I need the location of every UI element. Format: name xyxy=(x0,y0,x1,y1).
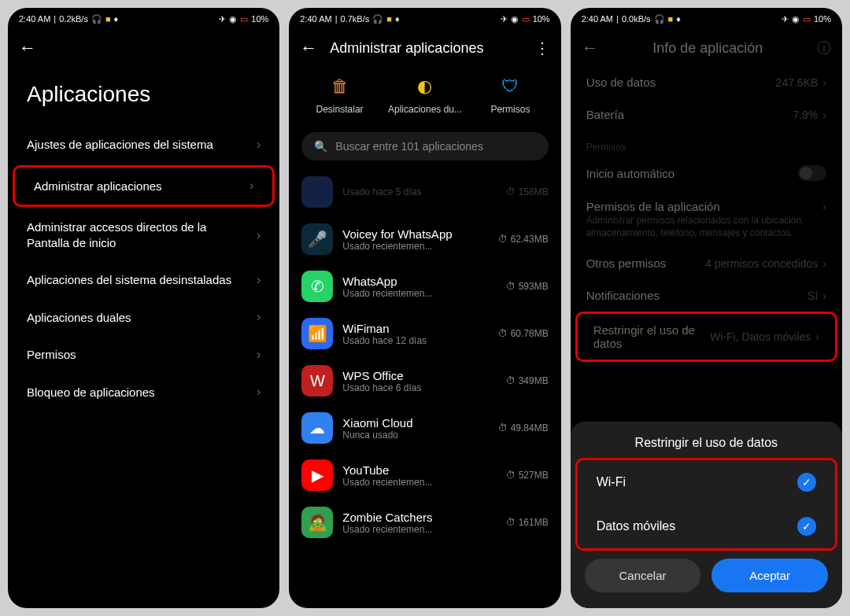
row-data-usage[interactable]: Uso de datos 247.6KB › xyxy=(571,66,842,98)
dual-apps-button[interactable]: ◐ Aplicaciones du... xyxy=(386,76,464,115)
app-row[interactable]: W WPS Office Usado hace 6 días ⏱ 349MB xyxy=(289,357,560,404)
sheet-title: Restringir el uso de datos xyxy=(571,436,842,458)
app-permissions-sub: Administrar permisos relacionados con la… xyxy=(571,215,842,247)
row-app-permissions[interactable]: Permisos de la aplicación › xyxy=(571,190,842,215)
status-speed: 0.0kB/s xyxy=(622,14,651,24)
chevron-right-icon: › xyxy=(257,310,261,324)
status-battery: 10% xyxy=(533,14,550,24)
app-row[interactable]: 📶 WiFiman Usado hace 12 días ⏱ 60.78MB xyxy=(289,310,560,357)
list-item-manage-apps[interactable]: Administrar aplicaciones › xyxy=(15,168,272,205)
dual-icon: ◐ xyxy=(414,76,436,98)
wifi-icon: ◉ xyxy=(511,14,519,24)
chevron-right-icon: › xyxy=(257,273,261,287)
app-size: ⏱ 62.43MB xyxy=(498,234,549,245)
highlight-restrict-data: Restringir el uso de datos Wi-Fi, Datos … xyxy=(575,312,837,362)
cancel-button[interactable]: Cancelar xyxy=(585,559,701,592)
app-size: ⏱ 349MB xyxy=(506,375,549,386)
battery-icon: ▭ xyxy=(803,14,811,24)
chevron-right-icon: › xyxy=(257,138,261,152)
chevron-right-icon: › xyxy=(257,385,261,399)
list-item-shortcuts[interactable]: Administrar accesos directos de la Panta… xyxy=(8,208,279,261)
bottom-sheet: Restringir el uso de datos Wi-Fi ✓ Datos… xyxy=(571,422,842,608)
status-speed: 0.2kB/s xyxy=(59,14,88,24)
chevron-right-icon: › xyxy=(257,228,261,242)
app-row[interactable]: ☁ Xiaomi Cloud Nunca usado ⏱ 49.84MB xyxy=(289,404,560,452)
app-row[interactable]: Usado hace 5 días ⏱ 158MB xyxy=(289,168,560,216)
back-icon[interactable]: ← xyxy=(19,38,36,58)
drop-icon: ♦ xyxy=(114,14,119,24)
info-icon[interactable]: ⓘ xyxy=(817,39,831,57)
app-size: ⏱ 158MB xyxy=(506,186,549,197)
app-size: ⏱ 527MB xyxy=(506,470,549,481)
list-item-dual-apps[interactable]: Aplicaciones duales › xyxy=(8,299,279,337)
row-battery[interactable]: Batería 7.9% › xyxy=(571,98,842,131)
app-row[interactable]: 🎤 Voicey for WhatsApp Usado recientemen.… xyxy=(289,216,560,263)
shield-icon: 🛡 xyxy=(499,76,521,98)
app-row[interactable]: 🧟 Zombie Catchers Usado recientemen... ⏱… xyxy=(289,499,560,546)
notif-icon: ■ xyxy=(386,14,392,24)
back-icon[interactable]: ← xyxy=(582,38,599,58)
drop-icon: ♦ xyxy=(395,14,400,24)
highlight-manage-apps: Administrar aplicaciones › xyxy=(13,165,275,208)
app-size: ⏱ 60.78MB xyxy=(498,328,549,339)
battery-icon: ▭ xyxy=(240,14,248,24)
action-row: 🗑 Desinstalar ◐ Aplicaciones du... 🛡 Per… xyxy=(289,66,560,129)
permissions-button[interactable]: 🛡 Permisos xyxy=(471,76,549,115)
row-other-permissions[interactable]: Otros permisos 4 permisos concedidos › xyxy=(571,247,842,279)
app-icon: 🎤 xyxy=(301,223,333,255)
row-notifications[interactable]: Notificaciones Sí › xyxy=(571,279,842,312)
sheet-option-wifi[interactable]: Wi-Fi ✓ xyxy=(578,460,835,504)
app-icon: ☁ xyxy=(301,412,333,444)
battery-icon: ▭ xyxy=(522,14,530,24)
header-title: Info de aplicación xyxy=(612,40,804,57)
status-battery: 10% xyxy=(814,14,831,24)
check-icon: ✓ xyxy=(797,517,816,536)
page-title: Aplicaciones xyxy=(8,66,279,126)
header: ← Administrar aplicaciones ⋮ xyxy=(289,30,560,66)
row-restrict-data[interactable]: Restringir el uso de datos Wi-Fi, Datos … xyxy=(578,314,835,360)
header: ← Info de aplicación ⓘ xyxy=(571,30,842,66)
highlight-sheet-options: Wi-Fi ✓ Datos móviles ✓ xyxy=(575,458,837,551)
check-icon: ✓ xyxy=(797,473,816,492)
wifi-icon: ◉ xyxy=(792,14,800,24)
app-row[interactable]: ▶ YouTube Usado recientemen... ⏱ 527MB xyxy=(289,452,560,499)
airplane-icon: ✈ xyxy=(219,14,226,24)
trash-icon: 🗑 xyxy=(329,76,351,98)
app-icon: ▶ xyxy=(301,459,333,491)
app-icon: ✆ xyxy=(301,271,333,302)
header: ← xyxy=(8,30,279,66)
list-item-system-app-settings[interactable]: Ajustes de aplicaciones del sistema › xyxy=(8,126,279,164)
app-icon: W xyxy=(301,365,333,397)
row-autostart[interactable]: Inicio automático xyxy=(571,156,842,190)
app-list[interactable]: Usado hace 5 días ⏱ 158MB 🎤 Voicey for W… xyxy=(289,168,560,608)
list-item-app-lock[interactable]: Bloqueo de aplicaciones › xyxy=(8,374,279,411)
wifi-icon: ◉ xyxy=(229,14,237,24)
status-bar: 2:40 AM | 0.0kB/s 🎧 ■ ♦ ✈ ◉ ▭ 10% xyxy=(571,8,842,30)
notif-icon: ■ xyxy=(105,14,111,24)
status-bar: 2:40 AM | 0.2kB/s 🎧 ■ ♦ ✈ ◉ ▭ 10% xyxy=(8,8,279,30)
phone-screen-1: 2:40 AM | 0.2kB/s 🎧 ■ ♦ ✈ ◉ ▭ 10% ← Apli… xyxy=(8,8,279,608)
phone-screen-2: 2:40 AM | 0.7kB/s 🎧 ■ ♦ ✈ ◉ ▭ 10% ← Admi… xyxy=(289,8,560,608)
uninstall-button[interactable]: 🗑 Desinstalar xyxy=(301,76,379,115)
search-icon: 🔍 xyxy=(314,140,327,153)
list-item-uninstalled[interactable]: Aplicaciones del sistema desinstaladas › xyxy=(8,261,279,299)
toggle-autostart[interactable] xyxy=(798,165,826,181)
app-size: ⏱ 593MB xyxy=(506,281,549,292)
airplane-icon: ✈ xyxy=(782,14,789,24)
back-icon[interactable]: ← xyxy=(300,38,317,58)
app-icon: 📶 xyxy=(301,318,333,349)
sheet-option-mobile[interactable]: Datos móviles ✓ xyxy=(578,504,835,548)
list-item-permissions[interactable]: Permisos › xyxy=(8,336,279,374)
more-icon[interactable]: ⋮ xyxy=(534,39,550,57)
header-title: Administrar aplicaciones xyxy=(330,40,521,57)
accept-button[interactable]: Aceptar xyxy=(711,559,828,592)
search-input[interactable]: 🔍 Buscar entre 101 aplicaciones xyxy=(301,132,548,160)
app-row[interactable]: ✆ WhatsApp Usado recientemen... ⏱ 593MB xyxy=(289,263,560,310)
section-permissions: Permisos xyxy=(571,131,842,156)
notif-icon: ■ xyxy=(668,14,674,24)
chevron-right-icon: › xyxy=(257,348,261,362)
phone-screen-3: 2:40 AM | 0.0kB/s 🎧 ■ ♦ ✈ ◉ ▭ 10% ← Info… xyxy=(571,8,842,608)
status-battery: 10% xyxy=(251,14,268,24)
app-size: ⏱ 49.84MB xyxy=(498,422,549,433)
airplane-icon: ✈ xyxy=(501,14,508,24)
